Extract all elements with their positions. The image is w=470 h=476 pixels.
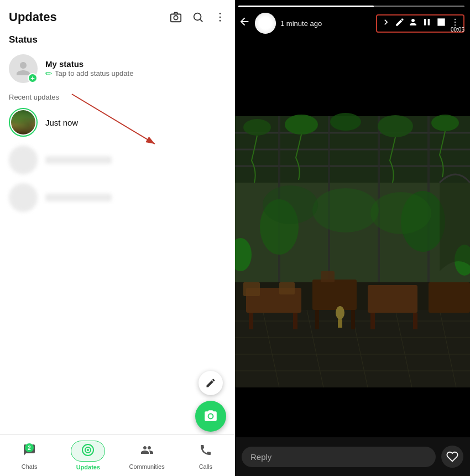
status-item[interactable]: Just now	[0, 104, 235, 141]
story-more-icon	[450, 17, 460, 27]
my-status-text: My status ✏ Tap to add status update	[45, 59, 133, 79]
svg-rect-49	[413, 313, 417, 329]
recent-updates-label: Recent updates	[0, 89, 235, 104]
page-title: Updates	[9, 10, 57, 24]
svg-rect-51	[279, 282, 295, 294]
pencil-fab-button[interactable]	[199, 371, 223, 395]
reply-input[interactable]	[242, 447, 436, 467]
back-icon	[238, 15, 250, 28]
updates-icon-wrap	[71, 441, 105, 462]
forward-icon	[380, 17, 391, 28]
pause-button[interactable]	[421, 17, 432, 30]
svg-point-61	[370, 192, 431, 234]
story-controls: 00:05	[376, 14, 464, 33]
bottom-nav: 2 Chats Updates Communities	[0, 434, 235, 476]
svg-point-4	[220, 17, 221, 18]
stop-icon	[436, 17, 447, 28]
status-avatar-inner	[11, 110, 35, 134]
top-bar: Updates	[0, 0, 235, 30]
top-bar-icons	[170, 11, 226, 23]
svg-point-14	[455, 24, 456, 25]
nav-item-updates[interactable]: Updates	[59, 436, 117, 475]
updates-icon	[81, 443, 95, 457]
svg-rect-44	[249, 313, 253, 329]
back-button[interactable]	[238, 15, 250, 31]
chats-label: Chats	[22, 463, 38, 470]
svg-point-27	[378, 115, 413, 137]
nav-item-communities[interactable]: Communities	[118, 437, 176, 474]
svg-rect-41	[312, 280, 357, 310]
svg-rect-47	[351, 310, 355, 329]
add-status-icon: +	[28, 73, 38, 83]
svg-rect-45	[293, 313, 297, 329]
camera-icon	[170, 11, 182, 23]
heart-button[interactable]	[441, 446, 463, 468]
svg-point-10	[87, 449, 88, 451]
camera-fab-button[interactable]	[195, 401, 226, 432]
my-status-row[interactable]: + My status ✏ Tap to add status update	[0, 49, 235, 89]
svg-point-13	[455, 21, 456, 22]
svg-rect-46	[315, 310, 319, 329]
search-icon	[192, 11, 204, 23]
chats-badge: 2	[25, 443, 34, 452]
communities-label: Communities	[129, 463, 165, 470]
story-progress-fill	[238, 6, 374, 7]
draw-button[interactable]	[395, 17, 405, 30]
draw-icon	[395, 17, 405, 27]
my-status-avatar: +	[9, 54, 38, 83]
svg-point-1	[174, 15, 177, 19]
updates-label: Updates	[76, 464, 100, 470]
my-status-subtitle: ✏ Tap to add status update	[45, 69, 133, 79]
left-panel: Updates Status	[0, 0, 235, 476]
pause-icon	[421, 17, 432, 28]
svg-point-5	[220, 20, 221, 22]
story-progress-bar	[238, 6, 464, 7]
status-item-time: Just now	[45, 118, 78, 127]
svg-point-3	[220, 13, 221, 14]
calls-label: Calls	[199, 463, 212, 470]
pencil-fab-icon	[205, 377, 216, 389]
pencil-leaf-icon: ✏	[45, 69, 53, 79]
story-image-area	[235, 66, 470, 437]
svg-point-60	[263, 185, 318, 224]
greenhouse-image	[235, 66, 470, 437]
svg-rect-43	[429, 282, 470, 313]
more-icon	[214, 11, 226, 23]
story-timer: 00:05	[451, 27, 464, 33]
fab-container	[195, 371, 226, 432]
blurred-avatar-1	[9, 146, 38, 174]
communities-icon-wrap	[130, 441, 164, 461]
blurred-row-2	[0, 179, 235, 216]
my-status-name: My status	[45, 59, 133, 69]
nav-item-chats[interactable]: 2 Chats	[0, 437, 59, 474]
heart-icon	[446, 451, 458, 463]
svg-point-28	[431, 115, 459, 131]
story-time: 1 minute ago	[280, 19, 322, 28]
story-header: 1 minute ago	[235, 0, 470, 34]
camera-fab-icon	[203, 409, 218, 423]
forward-story-button[interactable]	[380, 17, 391, 30]
story-left-group: 1 minute ago	[238, 13, 322, 34]
blurred-avatar-2	[9, 183, 38, 212]
nav-item-calls[interactable]: Calls	[176, 437, 235, 474]
story-avatar	[255, 13, 276, 34]
blurred-text-2	[45, 194, 112, 201]
svg-point-12	[455, 18, 456, 19]
svg-rect-42	[368, 285, 417, 313]
more-menu-button[interactable]	[214, 11, 226, 23]
calls-icon-wrap	[189, 441, 222, 461]
contact-icon	[408, 17, 418, 27]
stop-button[interactable]	[436, 17, 447, 30]
story-top-row: 1 minute ago	[238, 13, 464, 34]
search-button[interactable]	[192, 11, 204, 23]
svg-rect-54	[338, 319, 342, 328]
svg-rect-11	[437, 18, 445, 25]
svg-rect-48	[370, 313, 375, 329]
contact-button[interactable]	[408, 17, 418, 30]
status-avatar-ring	[9, 108, 38, 137]
right-panel: 1 minute ago	[235, 0, 470, 476]
blurred-row-1	[0, 141, 235, 179]
camera-icon-button[interactable]	[170, 11, 182, 23]
communities-icon	[140, 443, 154, 457]
blurred-text-1	[45, 156, 112, 164]
